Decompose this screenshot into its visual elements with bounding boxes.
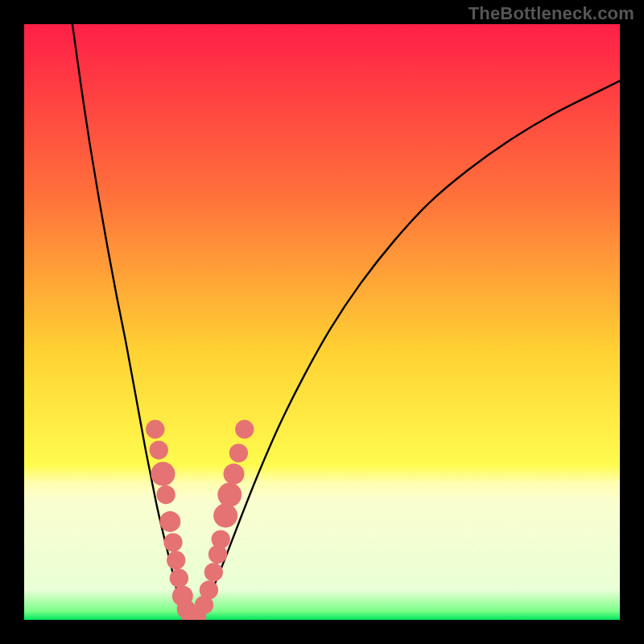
marker-point [217,483,242,507]
marker-point [159,511,180,532]
marker-point [229,444,248,462]
plot-area [24,24,620,620]
chart-svg [24,24,620,620]
marker-point [170,569,188,588]
marker-point [151,462,175,486]
marker-point [167,551,185,569]
marker-point [146,420,164,439]
marker-point [204,563,223,581]
marker-point [235,420,254,439]
marker-point [200,580,218,599]
bottleneck-curve [72,24,620,620]
marker-point [156,485,175,504]
marker-point [163,533,182,551]
marker-point [150,440,168,459]
marker-point [213,504,237,528]
marker-group [146,420,254,620]
watermark-text: TheBottleneck.com [469,3,634,24]
marker-point [223,464,244,485]
marker-point [212,530,230,548]
outer-frame: TheBottleneck.com [0,0,644,644]
